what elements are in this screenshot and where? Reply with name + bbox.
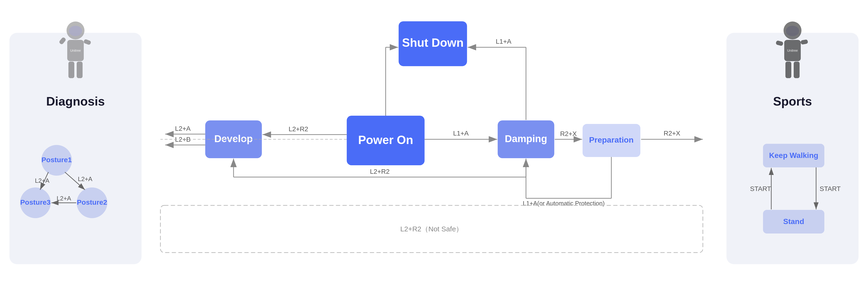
diagnosis-nodes: Posture1 Posture3 Posture2 L2+A L2+A L2+…	[9, 141, 142, 236]
diagnosis-panel: Unitree Diagnosis Posture1 Posture3 Post…	[9, 33, 142, 264]
svg-rect-3	[68, 62, 74, 78]
svg-point-1	[69, 26, 82, 36]
svg-text:L2+A: L2+A	[35, 177, 50, 184]
svg-text:Posture1: Posture1	[41, 156, 72, 164]
svg-rect-26	[776, 40, 783, 46]
svg-point-22	[786, 26, 799, 36]
sports-title: Sports	[726, 94, 859, 108]
svg-text:L2+A: L2+A	[78, 175, 92, 182]
svg-text:Power On: Power On	[358, 133, 413, 147]
svg-text:Posture2: Posture2	[77, 198, 107, 206]
svg-text:Develop: Develop	[214, 133, 253, 144]
svg-text:START: START	[819, 185, 841, 192]
svg-text:R2+X: R2+X	[664, 129, 680, 137]
main-container: Unitree Diagnosis Posture1 Posture3 Post…	[0, 0, 868, 297]
svg-text:L1+A: L1+A	[453, 129, 469, 137]
svg-text:L2+A: L2+A	[57, 195, 71, 202]
robot-left: Unitree	[50, 19, 101, 89]
svg-rect-27	[801, 39, 808, 45]
svg-text:Keep Walking: Keep Walking	[769, 151, 818, 159]
svg-text:Posture3: Posture3	[20, 198, 51, 206]
svg-rect-5	[59, 37, 66, 45]
svg-rect-6	[83, 39, 91, 45]
flow-diagram: Shut Down Power On Develop Damping Prepa…	[142, 0, 726, 297]
svg-rect-4	[77, 62, 83, 78]
svg-text:L2+R2（Not Safe）: L2+R2（Not Safe）	[400, 225, 463, 233]
sports-panel: Unitree Sports Keep Walking Stand START …	[726, 33, 859, 264]
svg-rect-24	[785, 62, 791, 78]
svg-text:L1+A: L1+A	[496, 38, 511, 45]
svg-rect-25	[794, 62, 800, 78]
sports-nodes: Keep Walking Stand START START	[726, 137, 859, 245]
svg-text:Damping: Damping	[505, 133, 547, 144]
svg-text:Shut Down: Shut Down	[402, 36, 464, 49]
svg-text:L1+A(or Automatic Protection): L1+A(or Automatic Protection)	[523, 200, 605, 207]
svg-text:Stand: Stand	[783, 217, 804, 226]
svg-text:Preparation: Preparation	[589, 135, 634, 144]
svg-text:L2+R2: L2+R2	[288, 125, 308, 133]
svg-text:START: START	[750, 185, 771, 192]
svg-text:L2+R2: L2+R2	[370, 168, 390, 175]
svg-text:R2+X: R2+X	[560, 130, 577, 138]
robot-right: Unitree	[767, 19, 818, 89]
svg-text:L2+A: L2+A	[175, 125, 191, 132]
svg-text:Unitree: Unitree	[787, 49, 798, 52]
diagnosis-title: Diagnosis	[9, 94, 142, 108]
svg-text:Unitree: Unitree	[70, 49, 81, 52]
